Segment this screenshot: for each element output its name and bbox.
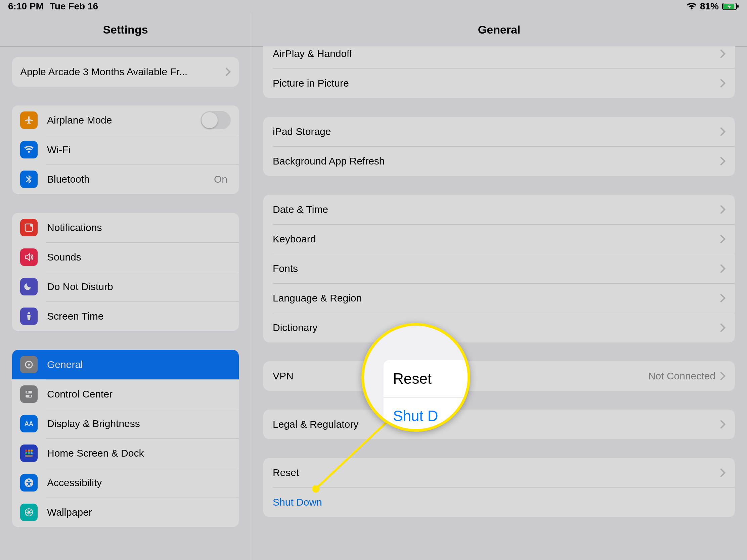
callout-dot bbox=[312, 485, 319, 492]
callout-line bbox=[0, 0, 747, 560]
magnifier-reset-label: Reset bbox=[384, 360, 470, 398]
magnifier-annotation: Reset Shut D bbox=[361, 323, 470, 432]
svg-line-23 bbox=[316, 413, 396, 489]
